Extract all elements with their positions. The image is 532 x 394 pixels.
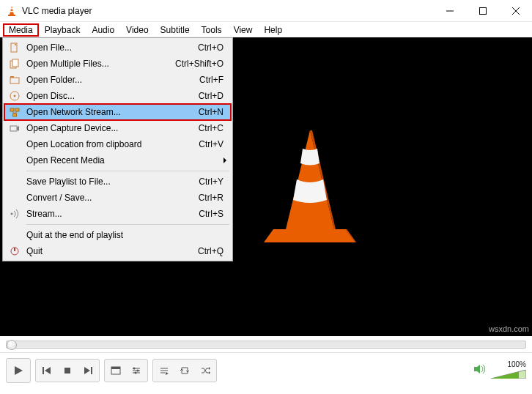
menu-audio[interactable]: Audio (86, 23, 120, 37)
menu-item-shortcut: Ctrl+V (199, 139, 228, 149)
menu-playback[interactable]: Playback (39, 23, 86, 37)
seekbar (0, 336, 532, 352)
menu-quit-end-playlist[interactable]: Quit at the end of playlist (4, 227, 231, 243)
titlebar: VLC media player (0, 0, 532, 22)
shuffle-button[interactable] (196, 361, 215, 380)
svg-marker-33 (84, 367, 90, 374)
menu-item-shortcut: Ctrl+R (199, 193, 228, 203)
network-icon (7, 107, 22, 117)
svg-point-42 (135, 371, 137, 373)
prev-button[interactable] (37, 361, 56, 380)
menu-stream[interactable]: Stream... Ctrl+S (4, 206, 231, 222)
speaker-icon[interactable] (473, 363, 487, 378)
svg-point-26 (11, 213, 13, 215)
menu-open-multiple-files[interactable]: Open Multiple Files... Ctrl+Shift+O (4, 56, 231, 72)
view-cluster (104, 359, 148, 382)
menu-item-label: Open Capture Device... (22, 123, 199, 133)
svg-rect-30 (43, 367, 44, 374)
menu-item-shortcut: Ctrl+C (199, 123, 228, 133)
extended-settings-button[interactable] (127, 361, 146, 380)
svg-rect-3 (8, 15, 15, 16)
close-button[interactable] (499, 0, 532, 21)
loop-button[interactable] (175, 361, 194, 380)
seek-slider[interactable] (6, 341, 526, 349)
svg-line-7 (512, 7, 520, 15)
volume-area: 100% (473, 360, 526, 380)
svg-marker-49 (474, 365, 480, 373)
svg-marker-48 (209, 371, 210, 374)
svg-marker-31 (45, 367, 51, 374)
menu-item-label: Stream... (22, 209, 199, 219)
playback-cluster (35, 359, 100, 382)
vlc-cone-large-icon (262, 127, 358, 247)
media-dropdown-menu: Open File... Ctrl+O Open Multiple Files.… (2, 37, 233, 261)
quit-icon (7, 246, 22, 256)
menu-item-shortcut: Ctrl+S (199, 209, 228, 219)
menu-item-label: Open Location from clipboard (22, 139, 199, 149)
menu-item-label: Quit (22, 246, 198, 256)
menu-item-shortcut: Ctrl+F (199, 75, 228, 85)
svg-line-6 (512, 7, 520, 15)
svg-rect-5 (479, 7, 486, 14)
svg-point-18 (14, 95, 16, 97)
menu-item-shortcut: Ctrl+Shift+O (175, 59, 228, 69)
seek-knob[interactable] (7, 340, 17, 350)
video-area: Open File... Ctrl+O Open Multiple Files.… (0, 37, 532, 336)
svg-marker-47 (209, 367, 210, 370)
volume-percent: 100% (507, 360, 526, 368)
capture-icon (7, 123, 22, 133)
menu-item-shortcut: Ctrl+D (199, 91, 228, 101)
menu-open-recent-media[interactable]: Open Recent Media (4, 152, 231, 168)
menu-convert-save[interactable]: Convert / Save... Ctrl+R (4, 190, 231, 206)
menu-save-playlist[interactable]: Save Playlist to File... Ctrl+Y (4, 174, 231, 190)
maximize-button[interactable] (466, 0, 499, 21)
play-button[interactable] (6, 358, 31, 383)
menu-open-disc[interactable]: Open Disc... Ctrl+D (4, 88, 231, 104)
playlist-button[interactable] (155, 361, 174, 380)
menu-item-label: Open Multiple Files... (22, 59, 175, 69)
controls-bar: 100% (0, 352, 532, 387)
next-button[interactable] (78, 361, 97, 380)
menu-separator (26, 171, 229, 171)
file-icon (7, 42, 22, 53)
watermark-text: wsxdn.com (489, 324, 529, 333)
svg-rect-14 (12, 59, 18, 67)
menu-quit[interactable]: Quit Ctrl+Q (4, 243, 231, 259)
menu-item-label: Open Disc... (22, 91, 199, 101)
svg-rect-21 (13, 114, 17, 116)
svg-rect-19 (10, 108, 14, 111)
menu-view[interactable]: View (228, 23, 259, 37)
menu-item-label: Convert / Save... (22, 193, 199, 203)
stop-button[interactable] (58, 361, 77, 380)
disc-icon (7, 91, 22, 101)
fullscreen-button[interactable] (106, 361, 125, 380)
folder-icon (7, 75, 22, 85)
svg-point-40 (133, 367, 136, 369)
menu-open-location-clipboard[interactable]: Open Location from clipboard Ctrl+V (4, 136, 231, 152)
menu-open-file[interactable]: Open File... Ctrl+O (4, 40, 231, 56)
menu-item-label: Open Folder... (22, 75, 199, 85)
submenu-arrow-icon (223, 157, 226, 163)
menu-tools[interactable]: Tools (196, 23, 228, 37)
svg-rect-15 (10, 78, 19, 83)
svg-marker-10 (264, 229, 356, 242)
svg-marker-29 (15, 366, 23, 375)
menu-subtitle[interactable]: Subtitle (155, 23, 196, 37)
menu-item-label: Save Playlist to File... (22, 176, 199, 187)
menu-separator (26, 224, 229, 225)
svg-rect-16 (10, 76, 14, 78)
menu-item-label: Open Network Stream... (22, 107, 199, 117)
menu-open-capture-device[interactable]: Open Capture Device... Ctrl+C (4, 120, 231, 136)
menu-help[interactable]: Help (258, 23, 288, 37)
menu-video[interactable]: Video (120, 23, 154, 37)
playlist-cluster (152, 359, 217, 382)
menu-media[interactable]: Media (3, 23, 39, 37)
svg-rect-34 (91, 367, 92, 374)
volume-slider[interactable] (491, 368, 526, 380)
menu-open-folder[interactable]: Open Folder... Ctrl+F (4, 72, 231, 88)
stream-icon (7, 209, 22, 219)
minimize-button[interactable] (433, 0, 466, 21)
menu-item-shortcut: Ctrl+Q (198, 246, 228, 256)
menu-open-network-stream[interactable]: Open Network Stream... Ctrl+N (4, 104, 231, 120)
menu-item-shortcut: Ctrl+N (199, 107, 228, 117)
